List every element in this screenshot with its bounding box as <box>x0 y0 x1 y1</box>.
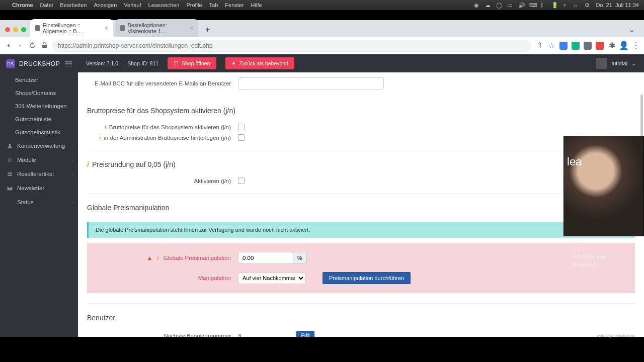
sidebar-item-module[interactable]: Module› <box>0 153 78 167</box>
sidebar-item-benutzer[interactable]: Benutzer <box>0 73 78 86</box>
extension-icon[interactable] <box>572 42 580 50</box>
nav-reload-icon[interactable] <box>28 42 36 50</box>
brutto-opt2-checkbox[interactable] <box>238 134 245 141</box>
share-icon[interactable]: ⇧ <box>535 42 543 50</box>
window-zoom-icon[interactable] <box>21 27 26 32</box>
percent-suffix: % <box>293 252 307 264</box>
email-bcc-input[interactable] <box>238 77 384 89</box>
tab-title: Einstellungen :: Allgemein :: B… <box>43 22 100 34</box>
manipulation-select[interactable]: Auf vier Nachkommastellen runden <box>238 273 305 284</box>
brand-header[interactable]: DS DRUCKSHOP <box>0 54 78 73</box>
extension-icon[interactable] <box>596 42 604 50</box>
next-usernum-label: Nächste Benutzernummer <box>164 333 231 337</box>
svg-point-0 <box>8 158 11 161</box>
menu-bearbeiten[interactable]: Bearbeiten <box>60 2 87 8</box>
address-bar[interactable]: https://admin.printshop-server.com/einst… <box>52 40 531 52</box>
profile-avatar-icon[interactable]: 👤 <box>620 42 628 50</box>
tab-einstellungen[interactable]: Einstellungen :: Allgemein :: B… × <box>30 19 113 37</box>
info-icon[interactable]: i <box>157 255 158 261</box>
chevron-down-icon: ⌄ <box>631 60 636 66</box>
status-record-icon: ◉ <box>474 2 480 8</box>
section-benutzer-title: Benutzer <box>87 310 635 329</box>
status-volume-icon: 🔊 <box>518 2 524 8</box>
chevron-right-icon: › <box>71 171 73 177</box>
menu-datei[interactable]: Datei <box>40 2 53 8</box>
lightning-icon <box>231 61 236 66</box>
menu-tab[interactable]: Tab <box>209 2 218 8</box>
brutto-opt1-checkbox[interactable] <box>238 124 245 130</box>
sidebar-item-gutscheinliste[interactable]: Gutscheinliste <box>0 113 78 126</box>
sidebar-item-gutscheinstatistik[interactable]: Gutscheinstatistik <box>0 126 78 139</box>
section-bruttopreise-title: Bruttopreise für das Shopsystem aktivier… <box>87 103 635 122</box>
extensions-puzzle-icon[interactable]: ✱ <box>608 42 616 50</box>
sidebar-item-shops-domains[interactable]: Shops/Domains <box>0 86 78 100</box>
sidebar-item-newsletter[interactable]: Newsletter <box>0 181 78 195</box>
menu-hilfe[interactable]: Hilfe <box>251 2 262 8</box>
round-label: Aktivieren (j/n) <box>194 178 231 184</box>
plus-icon: + <box>631 317 635 324</box>
status-sync-icon: ◯ <box>496 2 502 8</box>
site-lock-icon[interactable] <box>40 42 48 50</box>
status-icon <box>6 199 13 206</box>
mail-icon <box>6 185 13 192</box>
window-minimize-icon[interactable] <box>13 27 18 32</box>
status-control-center-icon[interactable]: ⚙ <box>585 2 591 8</box>
tabs-dropdown-icon[interactable]: ⌄ <box>623 22 640 37</box>
run-manipulation-button[interactable]: Preismanipulation durchführen <box>323 272 411 284</box>
status-cloud-icon: ☁ <box>485 2 491 8</box>
new-tab-button[interactable]: + <box>200 22 215 37</box>
global-value-label: Globale Preismanipulation <box>164 255 231 261</box>
edit-usernum-button[interactable]: Edit <box>296 331 314 337</box>
extension-icon[interactable] <box>584 42 592 50</box>
chrome-menu-icon[interactable]: ⋮ <box>632 42 640 50</box>
sidebar-item-status[interactable]: Status› <box>0 195 78 209</box>
sidebar-item-kundenverwaltung[interactable]: Kundenverwaltung› <box>0 139 78 153</box>
open-shop-button[interactable]: Shop öffnen <box>168 57 216 69</box>
menu-verlauf[interactable]: Verlauf <box>124 2 141 8</box>
menu-lesezeichen[interactable]: Lesezeichen <box>148 2 180 8</box>
info-icon[interactable]: i <box>87 160 89 168</box>
tab-close-icon[interactable]: × <box>190 25 193 32</box>
manipulation-label: Manipulation <box>198 275 231 281</box>
window-close-icon[interactable] <box>5 27 10 32</box>
menu-fenster[interactable]: Fenster <box>225 2 244 8</box>
version-label: Version: 7.1.0 <box>86 60 118 66</box>
status-keyboard-icon: ⌨ <box>529 2 535 8</box>
status-wifi-icon: ᯤ <box>562 2 569 8</box>
tab-title: Bestelloptionen: Visitenkarte 1… <box>128 22 185 34</box>
webcam-overlay: lea <box>564 136 644 236</box>
menu-profile[interactable]: Profile <box>186 2 202 8</box>
app-name[interactable]: Chrome <box>12 2 33 8</box>
webcam-watermark: lea <box>567 155 582 168</box>
sidebar-toggle-icon[interactable] <box>65 61 72 66</box>
admin-sidebar: DS DRUCKSHOP Benutzer Shops/Domains 301-… <box>0 54 78 337</box>
tab-close-icon[interactable]: × <box>105 25 108 32</box>
global-alert: Die globale Preismanipulation steht Ihne… <box>87 222 635 238</box>
avatar-icon <box>596 58 607 69</box>
warning-icon: ▲ <box>147 255 152 261</box>
brutto-opt2-label: in der Administration Bruttopreise hinte… <box>104 135 231 141</box>
nav-forward-icon <box>16 42 24 50</box>
extension-icon[interactable] <box>559 42 568 50</box>
global-percent-input[interactable] <box>238 252 293 264</box>
sidebar-item-resellerartikel[interactable]: Resellerartikel› <box>0 167 78 181</box>
back-as-button[interactable]: Zurück als bebeyond <box>225 57 294 69</box>
external-link-icon <box>174 61 179 66</box>
info-icon[interactable]: i <box>99 135 101 141</box>
reseller-icon <box>6 170 13 177</box>
bookmark-star-icon[interactable]: ☆ <box>547 42 555 50</box>
sidebar-item-301[interactable]: 301-Weiterleitungen <box>0 100 78 113</box>
tab-bestelloptionen[interactable]: Bestelloptionen: Visitenkarte 1… × <box>115 19 198 37</box>
nav-back-icon[interactable] <box>4 42 12 50</box>
global-manipulation-panel: ▲ i Globale Preismanipulation % Manipula… <box>87 243 635 293</box>
chevron-right-icon: › <box>71 157 73 163</box>
next-usernum-value: 3 <box>238 333 241 337</box>
section-global-title: Globale Preismanipulation <box>87 200 635 219</box>
status-search-icon[interactable]: ⌕ <box>574 2 580 8</box>
user-menu[interactable]: tutorial ⌄ <box>596 58 636 69</box>
menu-anzeigen[interactable]: Anzeigen <box>94 2 117 8</box>
info-icon[interactable]: i <box>105 124 106 130</box>
video-caption: 5.1 Einstellungen Allgemein <box>569 241 639 273</box>
round-checkbox[interactable] <box>238 177 245 184</box>
menubar-clock[interactable]: Do. 21. Juli 11:34 <box>596 2 639 8</box>
